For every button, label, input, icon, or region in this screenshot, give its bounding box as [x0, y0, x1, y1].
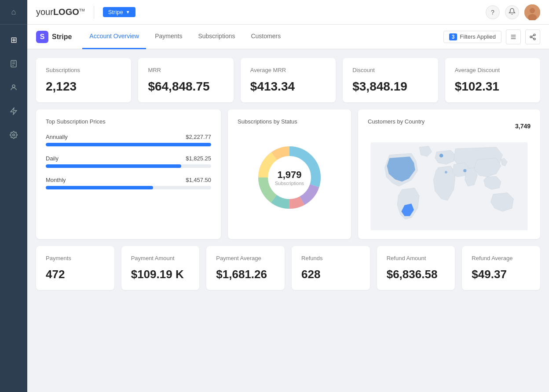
metric-value-mrr: $64,848.75	[148, 80, 223, 94]
sidebar-top: ⌂	[0, 0, 27, 25]
metric-label-avg-mrr: Average MRR	[250, 67, 326, 73]
bottom-value-payment-amount: $109.19 K	[131, 268, 190, 281]
share-button[interactable]	[525, 29, 540, 44]
bottom-metric-card-refund-amount: Refund Amount $6,836.58	[377, 246, 455, 290]
bottom-value-refund-avg: $49.37	[472, 268, 531, 281]
customers-by-country-card: Customers by Country 3,749	[358, 109, 540, 239]
sidebar-item-user[interactable]	[0, 76, 27, 98]
content-area: Subscriptions 2,123 MRR $64,848.75 Avera…	[27, 49, 549, 392]
bar-label-annually: Annually	[46, 134, 68, 140]
bottom-label-refund-avg: Refund Average	[472, 255, 531, 261]
world-map-svg	[368, 142, 531, 230]
logo-area: yourLOGOTM Stripe ▼	[36, 6, 135, 19]
tab-customers[interactable]: Customers	[244, 25, 288, 49]
svg-line-16	[532, 35, 534, 36]
filters-label: Filters Applied	[460, 33, 496, 40]
brand-s-logo: S	[36, 31, 48, 43]
bar-amount-monthly: $1,457.50	[186, 177, 211, 183]
nav-tabs: Account Overview Payments Subscriptions …	[82, 25, 288, 49]
donut-wrapper: 1,979 Subscriptions	[238, 134, 341, 221]
brand-letter: S	[40, 33, 45, 41]
map-placeholder	[368, 142, 531, 230]
brand-name: Stripe	[52, 33, 72, 41]
sidebar-item-document[interactable]	[0, 53, 27, 75]
subscriptions-by-status-title: Subscriptions by Status	[238, 118, 341, 125]
svg-point-14	[534, 38, 535, 40]
notification-button[interactable]	[505, 5, 519, 19]
tab-account-overview-label: Account Overview	[89, 33, 139, 40]
metric-label-avg-discount: Average Discount	[455, 67, 531, 73]
help-button[interactable]: ?	[486, 5, 500, 19]
map-title-row: Customers by Country 3,749	[368, 118, 531, 134]
narrow-sidebar: ⌂ ⊞	[0, 0, 27, 392]
metric-value-avg-mrr: $413.34	[250, 80, 326, 94]
metrics-row: Subscriptions 2,123 MRR $64,848.75 Avera…	[36, 58, 540, 102]
home-icon[interactable]: ⌂	[11, 7, 16, 17]
secondary-nav: S Stripe Account Overview Payments Subsc…	[27, 25, 549, 49]
bar-track-annually	[46, 143, 211, 146]
filter-count-badge: 3	[449, 33, 458, 40]
tab-account-overview[interactable]: Account Overview	[82, 25, 146, 49]
metric-value-discount: $3,848.19	[352, 80, 428, 94]
bar-item-daily: Daily $1,825.25	[46, 155, 211, 168]
bell-icon	[509, 8, 516, 16]
columns-button[interactable]	[506, 29, 521, 44]
tab-subscriptions[interactable]: Subscriptions	[191, 25, 242, 49]
sidebar-item-settings[interactable]	[0, 124, 27, 146]
bar-fill-monthly	[46, 186, 153, 189]
metric-card-subscriptions: Subscriptions 2,123	[36, 58, 131, 102]
svg-point-12	[534, 34, 535, 36]
sidebar-item-plugin[interactable]	[0, 100, 27, 122]
divider	[94, 6, 94, 19]
svg-line-15	[532, 37, 534, 39]
bottom-metric-card-refunds: Refunds 628	[292, 246, 370, 290]
top-header: yourLOGOTM Stripe ▼ ?	[27, 0, 549, 25]
bar-item-annually: Annually $2,227.77	[46, 134, 211, 146]
filters-button[interactable]: 3 Filters Applied	[443, 31, 501, 43]
metric-label-discount: Discount	[352, 67, 428, 73]
svg-point-7	[530, 8, 535, 13]
bar-track-daily	[46, 164, 211, 168]
bottom-metric-card-payments: Payments 472	[36, 246, 114, 290]
tab-payments[interactable]: Payments	[148, 25, 189, 49]
svg-point-28	[445, 171, 447, 174]
bottom-label-payment-avg: Payment Average	[216, 255, 275, 261]
bottom-label-payments: Payments	[46, 255, 105, 261]
metric-card-discount: Discount $3,848.19	[343, 58, 438, 102]
bottom-metric-card-payment-amount: Payment Amount $109.19 K	[121, 246, 200, 290]
bar-amount-daily: $1,825.25	[186, 155, 211, 162]
sidebar-item-grid[interactable]: ⊞	[0, 29, 27, 51]
bar-fill-daily	[46, 164, 181, 168]
map-count: 3,749	[515, 123, 531, 130]
stripe-badge-button[interactable]: Stripe ▼	[103, 7, 135, 17]
metric-value-avg-discount: $102.31	[455, 80, 531, 94]
donut-center-label: Subscriptions	[275, 181, 304, 186]
bottom-value-payment-avg: $1,681.26	[216, 268, 275, 281]
bar-item-monthly: Monthly $1,457.50	[46, 177, 211, 189]
donut-center: 1,979 Subscriptions	[275, 169, 304, 186]
main-wrapper: yourLOGOTM Stripe ▼ ?	[27, 0, 549, 392]
logo-tm: TM	[79, 8, 85, 12]
logo: yourLOGOTM	[36, 7, 85, 17]
bottom-label-refunds: Refunds	[301, 255, 360, 261]
tab-customers-label: Customers	[251, 33, 281, 40]
bottom-value-refunds: 628	[301, 268, 360, 281]
bar-label-daily: Daily	[46, 155, 59, 162]
subscription-prices-card: Top Subscription Prices Annually $2,227.…	[36, 109, 221, 239]
header-right: ?	[486, 4, 540, 20]
svg-point-4	[12, 85, 15, 87]
question-icon: ?	[491, 9, 494, 16]
subscriptions-by-status-card: Subscriptions by Status	[228, 109, 351, 239]
nav-right: 3 Filters Applied	[443, 29, 540, 44]
svg-point-27	[463, 169, 466, 172]
subscription-prices-title: Top Subscription Prices	[46, 118, 211, 125]
avatar[interactable]	[524, 4, 540, 20]
bottom-metric-card-payment-avg: Payment Average $1,681.26	[206, 246, 285, 290]
bottom-value-payments: 472	[46, 268, 105, 281]
metric-card-mrr: MRR $64,848.75	[138, 58, 233, 102]
svg-point-5	[13, 134, 15, 136]
donut-center-value: 1,979	[275, 169, 304, 181]
map-title: Customers by Country	[368, 118, 425, 125]
tab-payments-label: Payments	[155, 33, 182, 40]
bottom-value-refund-amount: $6,836.58	[387, 268, 446, 281]
